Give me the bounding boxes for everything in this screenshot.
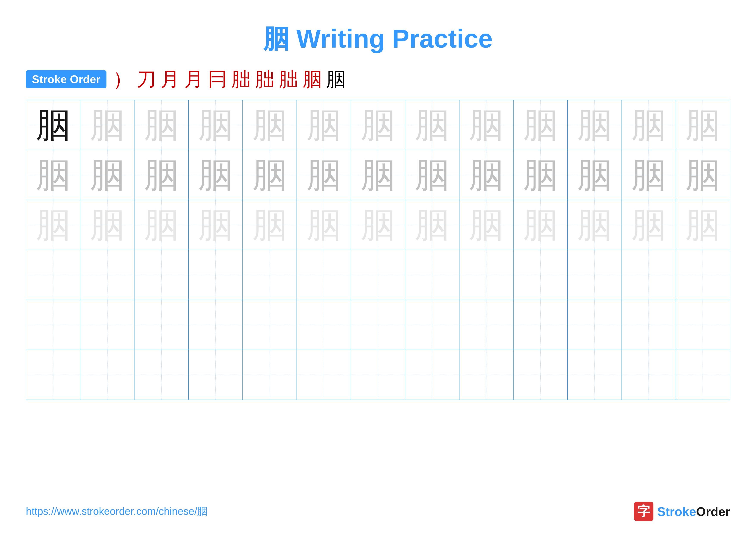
grid-cell-r6-c1[interactable] xyxy=(26,350,80,399)
stroke-order-row: Stroke Order ） 刀 月 月 冃 胐 胐 胐 胭 胭 xyxy=(26,69,730,89)
grid-cell-r3-c9[interactable]: 胭 xyxy=(459,200,514,250)
char-r3-c8: 胭 xyxy=(415,208,449,242)
grid-row-1: 胭 胭 胭 胭 胭 胭 胭 胭 胭 胭 胭 胭 胭 xyxy=(26,100,730,150)
grid-cell-r1-c13[interactable]: 胭 xyxy=(676,100,730,150)
char-r1-c5: 胭 xyxy=(253,108,287,142)
footer-logo: 字 StrokeOrder xyxy=(634,502,730,521)
grid-cell-r3-c1[interactable]: 胭 xyxy=(26,200,80,250)
char-r2-c5: 胭 xyxy=(253,158,287,192)
grid-cell-r3-c13[interactable]: 胭 xyxy=(676,200,730,250)
grid-cell-r2-c8[interactable]: 胭 xyxy=(405,150,459,200)
grid-cell-r4-c12[interactable] xyxy=(622,250,676,300)
grid-cell-r1-c3[interactable]: 胭 xyxy=(134,100,189,150)
grid-cell-r4-c9[interactable] xyxy=(459,250,514,300)
grid-cell-r4-c5[interactable] xyxy=(243,250,297,300)
grid-cell-r5-c6[interactable] xyxy=(297,300,351,350)
grid-cell-r6-c12[interactable] xyxy=(622,350,676,399)
grid-cell-r5-c12[interactable] xyxy=(622,300,676,350)
grid-cell-r1-c1[interactable]: 胭 xyxy=(26,100,80,150)
grid-cell-r4-c1[interactable] xyxy=(26,250,80,300)
grid-cell-r1-c12[interactable]: 胭 xyxy=(622,100,676,150)
grid-cell-r4-c3[interactable] xyxy=(134,250,189,300)
grid-cell-r3-c10[interactable]: 胭 xyxy=(514,200,568,250)
grid-cell-r4-c11[interactable] xyxy=(568,250,622,300)
grid-cell-r5-c11[interactable] xyxy=(568,300,622,350)
grid-row-2: 胭 胭 胭 胭 胭 胭 胭 胭 胭 胭 胭 胭 胭 xyxy=(26,150,730,200)
grid-cell-r6-c4[interactable] xyxy=(189,350,243,399)
grid-cell-r1-c10[interactable]: 胭 xyxy=(514,100,568,150)
grid-cell-r3-c7[interactable]: 胭 xyxy=(351,200,405,250)
grid-cell-r3-c2[interactable]: 胭 xyxy=(80,200,134,250)
grid-cell-r1-c7[interactable]: 胭 xyxy=(351,100,405,150)
footer-url[interactable]: https://www.strokeorder.com/chinese/胭 xyxy=(26,504,207,518)
grid-cell-r2-c1[interactable]: 胭 xyxy=(26,150,80,200)
grid-cell-r6-c10[interactable] xyxy=(514,350,568,399)
grid-cell-r3-c12[interactable]: 胭 xyxy=(622,200,676,250)
grid-cell-r4-c2[interactable] xyxy=(80,250,134,300)
grid-cell-r5-c4[interactable] xyxy=(189,300,243,350)
grid-cell-r6-c7[interactable] xyxy=(351,350,405,399)
stroke-9: 胭 xyxy=(303,69,322,89)
grid-cell-r4-c4[interactable] xyxy=(189,250,243,300)
grid-cell-r6-c11[interactable] xyxy=(568,350,622,399)
strokeorder-logo-icon: 字 xyxy=(634,502,653,521)
grid-cell-r2-c12[interactable]: 胭 xyxy=(622,150,676,200)
char-r2-c4: 胭 xyxy=(198,158,233,192)
grid-cell-r2-c3[interactable]: 胭 xyxy=(134,150,189,200)
grid-cell-r3-c11[interactable]: 胭 xyxy=(568,200,622,250)
grid-cell-r1-c6[interactable]: 胭 xyxy=(297,100,351,150)
grid-cell-r2-c2[interactable]: 胭 xyxy=(80,150,134,200)
grid-cell-r6-c2[interactable] xyxy=(80,350,134,399)
grid-cell-r1-c4[interactable]: 胭 xyxy=(189,100,243,150)
grid-cell-r6-c3[interactable] xyxy=(134,350,189,399)
grid-cell-r2-c9[interactable]: 胭 xyxy=(459,150,514,200)
grid-cell-r2-c5[interactable]: 胭 xyxy=(243,150,297,200)
grid-cell-r5-c9[interactable] xyxy=(459,300,514,350)
grid-cell-r5-c5[interactable] xyxy=(243,300,297,350)
grid-cell-r2-c13[interactable]: 胭 xyxy=(676,150,730,200)
grid-cell-r2-c7[interactable]: 胭 xyxy=(351,150,405,200)
grid-cell-r3-c5[interactable]: 胭 xyxy=(243,200,297,250)
grid-cell-r2-c11[interactable]: 胭 xyxy=(568,150,622,200)
grid-cell-r2-c4[interactable]: 胭 xyxy=(189,150,243,200)
char-r1-c12: 胭 xyxy=(632,108,666,142)
grid-cell-r3-c6[interactable]: 胭 xyxy=(297,200,351,250)
grid-cell-r4-c7[interactable] xyxy=(351,250,405,300)
char-r2-c1: 胭 xyxy=(36,158,70,192)
grid-cell-r1-c5[interactable]: 胭 xyxy=(243,100,297,150)
grid-cell-r3-c3[interactable]: 胭 xyxy=(134,200,189,250)
char-r2-c3: 胭 xyxy=(144,158,179,192)
grid-cell-r5-c1[interactable] xyxy=(26,300,80,350)
grid-cell-r4-c8[interactable] xyxy=(405,250,459,300)
char-r2-c7: 胭 xyxy=(361,158,395,192)
grid-cell-r1-c8[interactable]: 胭 xyxy=(405,100,459,150)
char-r1-c4: 胭 xyxy=(198,108,233,142)
grid-cell-r5-c8[interactable] xyxy=(405,300,459,350)
grid-cell-r6-c5[interactable] xyxy=(243,350,297,399)
grid-cell-r1-c2[interactable]: 胭 xyxy=(80,100,134,150)
grid-cell-r6-c6[interactable] xyxy=(297,350,351,399)
char-r3-c10: 胭 xyxy=(523,208,558,242)
grid-cell-r2-c10[interactable]: 胭 xyxy=(514,150,568,200)
grid-cell-r5-c7[interactable] xyxy=(351,300,405,350)
grid-cell-r1-c11[interactable]: 胭 xyxy=(568,100,622,150)
grid-cell-r2-c6[interactable]: 胭 xyxy=(297,150,351,200)
grid-cell-r4-c13[interactable] xyxy=(676,250,730,300)
grid-cell-r6-c9[interactable] xyxy=(459,350,514,399)
grid-cell-r6-c13[interactable] xyxy=(676,350,730,399)
char-r1-c11: 胭 xyxy=(577,108,612,142)
grid-cell-r3-c8[interactable]: 胭 xyxy=(405,200,459,250)
grid-cell-r6-c8[interactable] xyxy=(405,350,459,399)
grid-cell-r4-c10[interactable] xyxy=(514,250,568,300)
grid-cell-r5-c3[interactable] xyxy=(134,300,189,350)
grid-cell-r5-c2[interactable] xyxy=(80,300,134,350)
grid-cell-r5-c10[interactable] xyxy=(514,300,568,350)
grid-cell-r5-c13[interactable] xyxy=(676,300,730,350)
grid-cell-r3-c4[interactable]: 胭 xyxy=(189,200,243,250)
stroke-order-badge: Stroke Order xyxy=(26,70,106,88)
char-r2-c9: 胭 xyxy=(469,158,503,192)
grid-cell-r1-c9[interactable]: 胭 xyxy=(459,100,514,150)
char-r3-c4: 胭 xyxy=(198,208,233,242)
logo-text: StrokeOrder xyxy=(657,504,730,519)
grid-cell-r4-c6[interactable] xyxy=(297,250,351,300)
